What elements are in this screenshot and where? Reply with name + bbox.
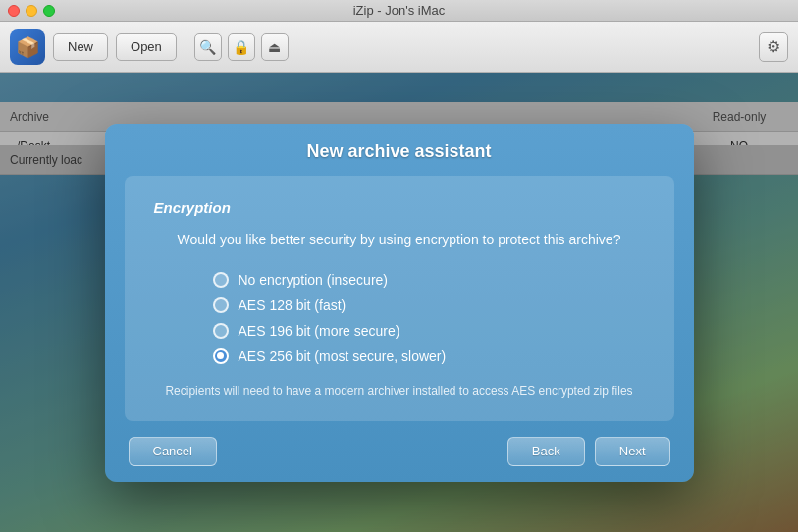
search-nav-button[interactable]: 🔍	[194, 33, 222, 61]
section-title: Encryption	[154, 199, 645, 216]
lock-nav-button[interactable]: 🔒	[228, 33, 255, 61]
minimize-button[interactable]	[26, 5, 37, 17]
dialog-body: Encryption Would you like better securit…	[125, 176, 674, 421]
radio-options-group: No encryption (insecure) AES 128 bit (fa…	[154, 272, 645, 364]
footer-left: Cancel	[129, 437, 217, 466]
radio-circle-2	[213, 297, 229, 313]
app-toolbar: 📦 New Open 🔍 🔒 ⏏ ⚙	[0, 22, 798, 73]
eject-nav-button[interactable]: ⏏	[261, 33, 289, 61]
dialog-question: Would you like better security by using …	[154, 230, 645, 250]
dialog-note: Recipients will need to have a modern ar…	[154, 384, 645, 398]
maximize-button[interactable]	[43, 5, 55, 17]
open-button[interactable]: Open	[116, 33, 177, 61]
radio-label-3: AES 196 bit (more secure)	[239, 323, 400, 339]
gear-button[interactable]: ⚙	[759, 32, 788, 62]
radio-label-2: AES 128 bit (fast)	[239, 297, 346, 313]
close-button[interactable]	[8, 5, 20, 17]
dialog-header: New archive assistant	[105, 124, 694, 176]
radio-option-2[interactable]: AES 128 bit (fast)	[213, 297, 645, 313]
next-button[interactable]: Next	[595, 437, 670, 466]
cancel-button[interactable]: Cancel	[129, 437, 217, 466]
radio-circle-1	[213, 272, 229, 288]
radio-circle-4	[213, 348, 229, 364]
radio-circle-3	[213, 323, 229, 339]
gear-icon: ⚙	[767, 37, 780, 56]
lock-icon: 🔒	[233, 39, 249, 55]
app-icon-glyph: 📦	[16, 35, 40, 59]
new-button[interactable]: New	[53, 33, 108, 61]
radio-option-3[interactable]: AES 196 bit (more secure)	[213, 323, 645, 339]
radio-option-1[interactable]: No encryption (insecure)	[213, 272, 645, 288]
modal-overlay: New archive assistant Encryption Would y…	[0, 73, 798, 532]
titlebar: iZip - Jon's iMac	[0, 0, 798, 22]
radio-label-4: AES 256 bit (most secure, slower)	[239, 348, 447, 364]
back-button[interactable]: Back	[507, 437, 585, 466]
app-icon: 📦	[10, 29, 45, 65]
eject-icon: ⏏	[268, 39, 281, 55]
search-icon: 🔍	[199, 39, 216, 55]
nav-group: 🔍 🔒 ⏏	[194, 33, 289, 61]
dialog-footer: Cancel Back Next	[105, 421, 694, 482]
new-archive-dialog: New archive assistant Encryption Would y…	[105, 124, 694, 482]
radio-label-1: No encryption (insecure)	[239, 272, 389, 288]
window-title: iZip - Jon's iMac	[353, 3, 446, 18]
dialog-title: New archive assistant	[306, 141, 491, 161]
traffic-lights	[8, 5, 55, 17]
footer-right: Back Next	[507, 437, 670, 466]
radio-option-4[interactable]: AES 256 bit (most secure, slower)	[213, 348, 645, 364]
